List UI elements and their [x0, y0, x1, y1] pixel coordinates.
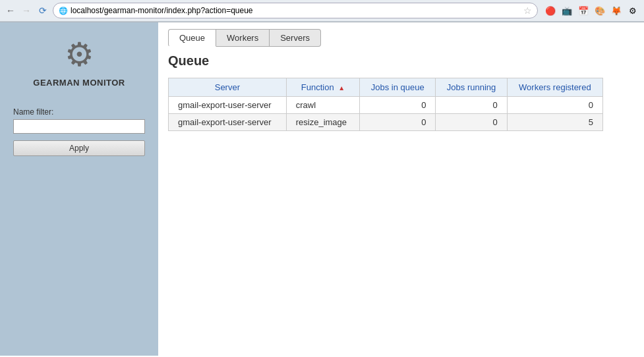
refresh-button[interactable]: ⟳	[36, 3, 50, 18]
page-icon: 🌐	[59, 7, 68, 15]
tab-queue[interactable]: Queue	[168, 29, 216, 47]
cell-server: gmail-export-user-server	[169, 114, 287, 131]
icon-4[interactable]: 🎨	[593, 3, 607, 18]
table-body: gmail-export-user-servercrawl000gmail-ex…	[169, 97, 603, 131]
sidebar: ⚙ GEARMAN MONITOR Name filter: Apply	[0, 22, 158, 356]
cell-jobs_in_queue: 0	[360, 97, 436, 114]
name-filter-input[interactable]	[13, 119, 145, 134]
cell-workers_registered: 5	[507, 114, 602, 131]
name-filter-label: Name filter:	[13, 107, 145, 117]
cell-jobs_running: 0	[436, 114, 507, 131]
browser-toolbar: ← → ⟳ 🌐 ☆ 🔴 📺 📅 🎨 🦊 ⚙	[0, 0, 644, 22]
cell-function: resize_image	[286, 114, 359, 131]
queue-table: Server Function ▲ Jobs in queue Jobs run…	[168, 78, 603, 131]
main-content: Queue Workers Servers Queue Server Funct…	[158, 22, 644, 356]
col-jobs-running: Jobs running	[436, 78, 507, 97]
forward-button[interactable]: →	[20, 4, 33, 17]
sidebar-form: Name filter: Apply	[7, 107, 152, 156]
col-jobs-in-queue: Jobs in queue	[360, 78, 436, 97]
apply-button[interactable]: Apply	[13, 140, 145, 156]
table-header-row: Server Function ▲ Jobs in queue Jobs run…	[169, 78, 603, 97]
browser-chrome: ← → ⟳ 🌐 ☆ 🔴 📺 📅 🎨 🦊 ⚙	[0, 0, 644, 22]
cell-server: gmail-export-user-server	[169, 97, 287, 114]
table-row: gmail-export-user-serverresize_image005	[169, 114, 603, 131]
cell-jobs_in_queue: 0	[360, 114, 436, 131]
cell-function: crawl	[286, 97, 359, 114]
icon-5[interactable]: 🦊	[609, 3, 624, 18]
sidebar-logo: ⚙ GEARMAN MONITOR	[33, 36, 125, 88]
gear-icon: ⚙	[65, 36, 94, 74]
cell-jobs_running: 0	[436, 97, 507, 114]
tabs-container: Queue Workers Servers	[168, 29, 634, 47]
cell-workers_registered: 0	[507, 97, 602, 114]
sort-arrow-icon: ▲	[338, 84, 345, 92]
url-input[interactable]	[71, 6, 521, 15]
col-function[interactable]: Function ▲	[286, 78, 359, 97]
back-button[interactable]: ←	[4, 4, 17, 17]
icon-1[interactable]: 🔴	[543, 3, 558, 18]
address-bar: 🌐 ☆	[53, 3, 538, 18]
page-layout: ⚙ GEARMAN MONITOR Name filter: Apply Que…	[0, 22, 644, 356]
table-row: gmail-export-user-servercrawl000	[169, 97, 603, 114]
tab-workers[interactable]: Workers	[216, 29, 270, 47]
col-server: Server	[169, 78, 287, 97]
icon-6[interactable]: ⚙	[626, 3, 640, 18]
browser-icons: 🔴 📺 📅 🎨 🦊 ⚙	[543, 3, 640, 18]
sidebar-title: GEARMAN MONITOR	[33, 78, 125, 88]
page-title: Queue	[168, 53, 634, 69]
icon-3[interactable]: 📅	[576, 3, 591, 18]
bookmark-icon[interactable]: ☆	[523, 5, 532, 16]
icon-2[interactable]: 📺	[560, 3, 574, 18]
tab-servers[interactable]: Servers	[270, 29, 321, 47]
col-workers-registered: Workers registered	[507, 78, 602, 97]
